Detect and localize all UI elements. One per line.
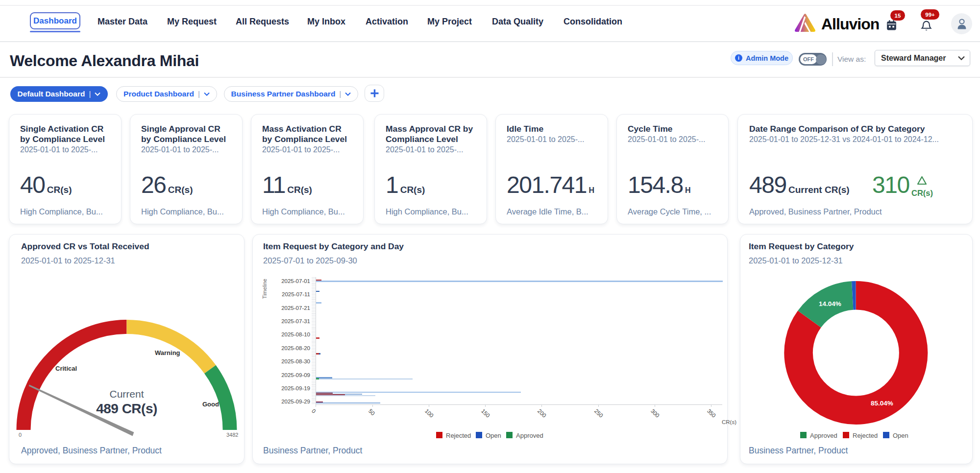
svg-text:Warning: Warning bbox=[155, 349, 180, 356]
svg-text:Current: Current bbox=[109, 388, 144, 400]
svg-text:489 CR(s): 489 CR(s) bbox=[96, 401, 157, 416]
svg-text:0: 0 bbox=[19, 432, 22, 438]
svg-text:14.04%: 14.04% bbox=[819, 300, 841, 307]
svg-text:Critical: Critical bbox=[55, 365, 77, 372]
svg-text:3482: 3482 bbox=[226, 432, 238, 438]
svg-text:85.04%: 85.04% bbox=[871, 400, 893, 407]
svg-text:Good: Good bbox=[202, 401, 219, 408]
